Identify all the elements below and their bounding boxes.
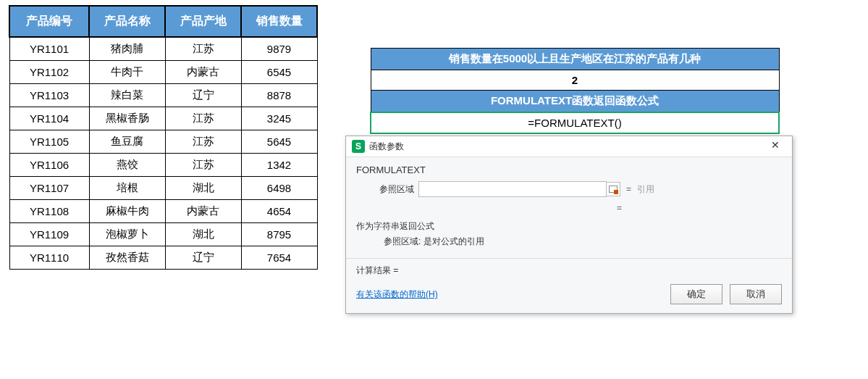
table-cell[interactable]: 黑椒香肠 <box>89 107 165 130</box>
dialog-title: 函数参数 <box>369 141 764 153</box>
table-row[interactable]: YR1101猪肉脯江苏9879 <box>9 37 317 61</box>
table-row[interactable]: YR1107培根湖北6498 <box>9 177 317 200</box>
table-cell[interactable]: 辽宁 <box>165 84 241 107</box>
table-cell[interactable]: 6545 <box>241 61 317 84</box>
col-header-id: 产品编号 <box>9 6 89 37</box>
table-cell[interactable]: 3245 <box>241 107 317 130</box>
table-cell[interactable]: 内蒙古 <box>165 200 241 223</box>
table-row[interactable]: YR1106燕饺江苏1342 <box>9 154 317 177</box>
table-header-row: 产品编号 产品名称 产品产地 销售数量 <box>9 6 317 37</box>
param-input-reference[interactable] <box>418 181 607 197</box>
equals-sign: = <box>626 184 631 194</box>
table-cell[interactable]: 4654 <box>241 200 317 223</box>
summary-value2[interactable]: =FORMULATEXT() <box>371 112 779 133</box>
table-cell[interactable]: YR1107 <box>9 177 89 200</box>
range-selector-icon[interactable] <box>606 182 620 196</box>
calc-result-label: 计算结果 = <box>356 265 782 277</box>
table-cell[interactable]: YR1106 <box>9 154 89 177</box>
col-header-origin: 产品产地 <box>165 6 241 37</box>
function-name: FORMULATEXT <box>356 164 782 175</box>
help-link[interactable]: 有关该函数的帮助(H) <box>356 288 438 301</box>
table-cell[interactable]: 7654 <box>241 246 317 270</box>
product-table: 产品编号 产品名称 产品产地 销售数量 YR1101猪肉脯江苏9879YR110… <box>9 5 318 270</box>
table-row[interactable]: YR1103辣白菜辽宁8878 <box>9 84 317 107</box>
table-cell[interactable]: 江苏 <box>165 130 241 154</box>
table-cell[interactable]: YR1105 <box>9 130 89 154</box>
table-row[interactable]: YR1105鱼豆腐江苏5645 <box>9 130 317 154</box>
table-cell[interactable]: 9879 <box>241 37 317 61</box>
table-row[interactable]: YR1109泡椒萝卜湖北8795 <box>9 223 317 246</box>
table-cell[interactable]: YR1110 <box>9 246 89 270</box>
summary-title2: FORMULATEXT函数返回函数公式 <box>371 91 779 113</box>
table-cell[interactable]: 5645 <box>241 130 317 154</box>
col-header-sales: 销售数量 <box>241 6 317 37</box>
table-cell[interactable]: 孜然香菇 <box>89 246 165 270</box>
table-cell[interactable]: 湖北 <box>165 177 241 200</box>
divider <box>346 258 792 259</box>
function-description: 作为字符串返回公式 <box>356 220 782 233</box>
summary-table: 销售数量在5000以上且生产地区在江苏的产品有几种 2 FORMULATEXT函… <box>370 48 780 134</box>
table-cell[interactable]: 培根 <box>89 177 165 200</box>
table-cell[interactable]: YR1103 <box>9 84 89 107</box>
table-cell[interactable]: 8878 <box>241 84 317 107</box>
table-cell[interactable]: 猪肉脯 <box>89 37 165 61</box>
function-args-dialog: S 函数参数 ✕ FORMULATEXT 参照区域 = 引用 = 作为字符串返回… <box>345 136 793 314</box>
table-cell[interactable]: 辣白菜 <box>89 84 165 107</box>
table-cell[interactable]: 江苏 <box>165 37 241 61</box>
table-cell[interactable]: 鱼豆腐 <box>89 130 165 154</box>
table-cell[interactable]: 湖北 <box>165 223 241 246</box>
table-cell[interactable]: 麻椒牛肉 <box>89 200 165 223</box>
app-logo-icon: S <box>352 140 365 153</box>
close-icon[interactable]: ✕ <box>764 139 786 154</box>
table-cell[interactable]: YR1101 <box>9 37 89 61</box>
table-row[interactable]: YR1108麻椒牛肉内蒙古4654 <box>9 200 317 223</box>
table-cell[interactable]: 泡椒萝卜 <box>89 223 165 246</box>
table-cell[interactable]: 辽宁 <box>165 246 241 270</box>
param-label: 参照区域 <box>379 183 418 196</box>
table-cell[interactable]: 6498 <box>241 177 317 200</box>
table-cell[interactable]: 1342 <box>241 154 317 177</box>
cancel-button[interactable]: 取消 <box>730 284 782 304</box>
table-row[interactable]: YR1102牛肉干内蒙古6545 <box>9 61 317 84</box>
table-cell[interactable]: YR1108 <box>9 200 89 223</box>
summary-value1: 2 <box>371 70 779 91</box>
ok-button[interactable]: 确定 <box>670 284 722 304</box>
table-cell[interactable]: 江苏 <box>165 154 241 177</box>
table-row[interactable]: YR1110孜然香菇辽宁7654 <box>9 246 317 270</box>
table-cell[interactable]: 江苏 <box>165 107 241 130</box>
table-cell[interactable]: YR1102 <box>9 61 89 84</box>
table-cell[interactable]: YR1104 <box>9 107 89 130</box>
param-description: 参照区域: 是对公式的引用 <box>384 236 782 248</box>
table-cell[interactable]: 燕饺 <box>89 154 165 177</box>
param-hint: 引用 <box>637 183 654 196</box>
summary-title1: 销售数量在5000以上且生产地区在江苏的产品有几种 <box>371 49 779 70</box>
table-cell[interactable]: 内蒙古 <box>165 61 241 84</box>
table-row[interactable]: YR1104黑椒香肠江苏3245 <box>9 107 317 130</box>
table-cell[interactable]: 牛肉干 <box>89 61 165 84</box>
table-cell[interactable]: 8795 <box>241 223 317 246</box>
result-equals: = <box>617 203 782 213</box>
col-header-name: 产品名称 <box>89 6 165 37</box>
dialog-titlebar[interactable]: S 函数参数 ✕ <box>346 136 792 157</box>
table-cell[interactable]: YR1109 <box>9 223 89 246</box>
